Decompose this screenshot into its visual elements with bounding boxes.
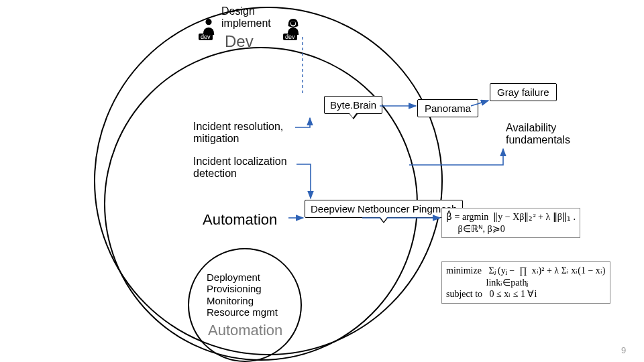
automation-ghost-label: Automation bbox=[208, 322, 282, 339]
dev-tag-right: dev bbox=[283, 34, 297, 40]
design-implement-label: Design implement bbox=[221, 5, 271, 30]
equation-1: β̂ = argmin ‖y − Xβ‖₂² + λ ‖β‖₁ . β∈ℝᴺ, … bbox=[441, 208, 580, 238]
equation-2: minimize Σⱼ (yⱼ − ∏ xᵢ)² + λ Σᵢ xᵢ(1 − x… bbox=[441, 261, 610, 304]
svg-point-2 bbox=[291, 21, 295, 25]
gray-failure-callout: Gray failure bbox=[490, 83, 557, 101]
bytebrain-callout: Byte.Brain bbox=[324, 96, 382, 114]
incident-localization-label: Incident localization detection bbox=[193, 156, 287, 180]
deepview-callout: Deepview Netbouncer Pingmesh bbox=[305, 200, 463, 218]
panorama-callout: Panorama bbox=[417, 99, 478, 117]
automation-label: Automation bbox=[203, 211, 277, 228]
dev-label: Dev bbox=[225, 32, 254, 51]
svg-point-0 bbox=[205, 19, 211, 25]
availability-fundamentals-label: Availability fundamentals bbox=[506, 122, 570, 147]
dev-tag-left: dev bbox=[199, 34, 213, 40]
inner-list-label: Deployment Provisioning Monitoring Resou… bbox=[207, 272, 278, 318]
page-number: 9 bbox=[621, 346, 626, 356]
incident-resolution-label: Incident resolution, mitigation bbox=[193, 121, 283, 145]
